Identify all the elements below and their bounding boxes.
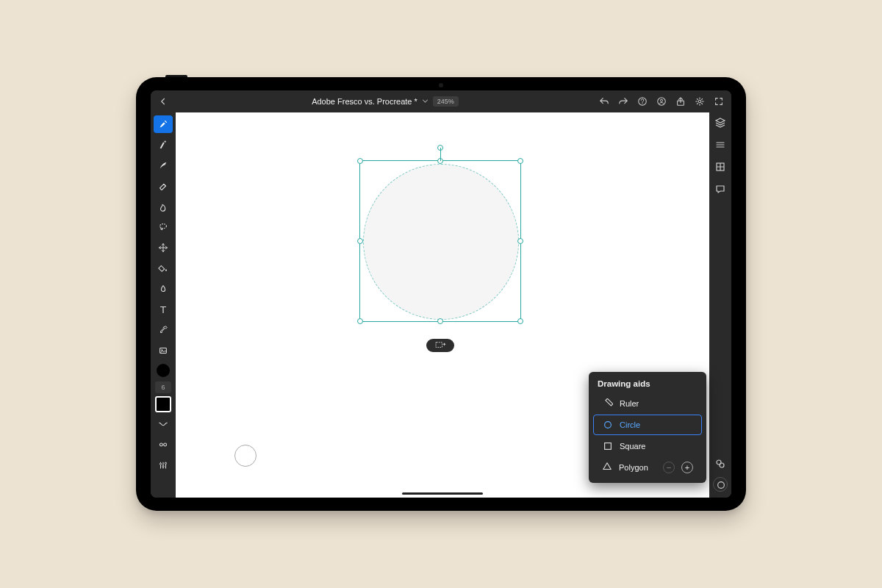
fill-tool[interactable] [154, 259, 173, 277]
back-button[interactable] [155, 97, 171, 106]
settings-button[interactable] [695, 96, 705, 107]
pixel-brush-tool[interactable] [154, 115, 173, 133]
top-bar: Adobe Fresco vs. Procreate * 245% [151, 90, 731, 112]
chevron-down-icon[interactable] [422, 97, 429, 106]
tablet-camera [439, 83, 443, 87]
drawing-aid-square[interactable]: Square [593, 436, 702, 456]
svg-rect-19 [605, 443, 612, 450]
ruler-icon [603, 398, 613, 409]
handle-se[interactable] [517, 318, 523, 324]
drawing-aid-polygon[interactable]: Polygon − + [593, 457, 702, 478]
smudge-tool[interactable] [154, 198, 173, 215]
svg-point-14 [162, 466, 164, 467]
svg-point-8 [165, 270, 167, 271]
svg-point-18 [605, 422, 612, 429]
app-body: 6 [151, 112, 731, 498]
move-tool[interactable] [154, 239, 173, 257]
svg-point-6 [165, 141, 166, 143]
document-title[interactable]: Adobe Fresco vs. Procreate * [312, 97, 417, 106]
eyedropper-tool[interactable] [154, 321, 173, 339]
drawing-aid-ruler[interactable]: Ruler [593, 393, 702, 414]
color-swatch[interactable] [155, 396, 171, 412]
svg-point-5 [698, 100, 701, 103]
svg-rect-17 [606, 398, 613, 406]
redo-button[interactable] [618, 96, 628, 107]
canvas-area: Drawing aids Ruler Circle [176, 112, 709, 498]
ruler-label: Ruler [620, 399, 639, 408]
circle-icon [603, 420, 613, 430]
svg-point-11 [159, 443, 162, 446]
current-color[interactable] [157, 364, 170, 377]
polygon-sides-decrease[interactable]: − [663, 462, 675, 473]
svg-point-15 [165, 462, 166, 464]
precision-button[interactable] [714, 139, 726, 151]
svg-point-12 [164, 443, 167, 446]
drawing-aids-popup: Drawing aids Ruler Circle [589, 372, 706, 483]
fullscreen-button[interactable] [714, 96, 724, 107]
svg-rect-16 [436, 343, 442, 348]
drawing-aids-button[interactable] [713, 477, 728, 492]
handle-s[interactable] [437, 318, 443, 324]
comments-button[interactable] [714, 183, 726, 195]
home-indicator [402, 492, 483, 495]
eraser-tool[interactable] [154, 177, 173, 195]
tablet-physical-button [165, 75, 187, 77]
adjustments-tool[interactable] [154, 456, 173, 474]
polygon-label: Polygon [619, 463, 648, 472]
square-icon [603, 441, 613, 451]
tablet-frame: Adobe Fresco vs. Procreate * 245% [136, 77, 746, 511]
ai-tool[interactable] [154, 436, 173, 453]
square-label: Square [620, 442, 645, 451]
touch-shortcut-ring[interactable] [234, 445, 257, 467]
svg-point-23 [718, 482, 725, 489]
right-rail [709, 112, 731, 498]
image-tool[interactable] [154, 342, 173, 359]
layers-button[interactable] [714, 117, 726, 129]
share-button[interactable] [675, 96, 686, 107]
handle-ne[interactable] [517, 158, 523, 164]
stroke-options-tool[interactable] [154, 415, 173, 433]
account-button[interactable] [656, 96, 667, 107]
grid-button[interactable] [714, 161, 726, 173]
handle-e[interactable] [517, 238, 523, 244]
left-toolbar: 6 [151, 112, 176, 498]
rotate-stem [440, 148, 441, 161]
circle-shape[interactable] [363, 164, 519, 320]
handle-w[interactable] [357, 238, 363, 244]
transform-options-button[interactable] [426, 339, 454, 352]
brush-size[interactable]: 6 [155, 381, 171, 393]
svg-point-22 [720, 463, 724, 467]
popup-title: Drawing aids [589, 378, 706, 392]
handle-nw[interactable] [357, 158, 363, 164]
zoom-level[interactable]: 245% [433, 96, 459, 107]
circle-label: Circle [620, 420, 640, 429]
drawing-aid-circle[interactable]: Circle [593, 415, 702, 435]
polygon-icon [602, 462, 612, 473]
liquify-tool[interactable] [154, 280, 173, 298]
svg-point-3 [660, 99, 662, 101]
svg-point-13 [159, 463, 161, 465]
shapes-button[interactable] [714, 458, 726, 470]
app-screen: Adobe Fresco vs. Procreate * 245% [151, 90, 731, 498]
vector-brush-tool[interactable] [154, 157, 173, 174]
undo-button[interactable] [599, 96, 609, 107]
svg-point-1 [642, 103, 642, 104]
text-tool[interactable] [154, 301, 173, 318]
handle-sw[interactable] [357, 318, 363, 324]
lasso-tool[interactable] [154, 218, 173, 236]
shape-bounding-box[interactable] [359, 160, 521, 322]
polygon-sides-increase[interactable]: + [681, 462, 693, 473]
live-brush-tool[interactable] [154, 136, 173, 154]
help-button[interactable] [637, 96, 648, 107]
